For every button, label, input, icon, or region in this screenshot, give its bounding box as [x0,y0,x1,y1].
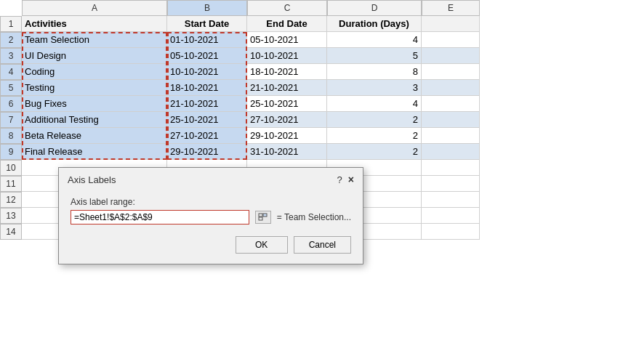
table-row: 9Final Release29-10-202131-10-20212 [0,144,480,160]
column-headers: A B C D E [22,0,480,16]
svg-rect-2 [259,217,262,220]
cell-a1[interactable]: Activities [22,16,167,32]
cell-a5[interactable]: Testing [22,80,167,96]
axis-range-input[interactable] [74,212,246,222]
ok-button[interactable]: OK [236,236,288,254]
cell-b4[interactable]: 10-10-2021 [167,64,247,80]
axis-labels-dialog[interactable]: Axis Labels ? × Axis label range: [58,167,363,264]
dialog-body: Axis label range: = Team Selection... [59,190,363,264]
row-header[interactable]: 13 [0,208,22,224]
cell-b2[interactable]: 01-10-2021 [167,32,247,48]
table-row: 1ActivitiesStart DateEnd DateDuration (D… [0,16,480,32]
row-header[interactable]: 8 [0,128,22,144]
row-header[interactable]: 11 [0,176,22,192]
axis-range-box[interactable] [71,210,249,225]
cell-a2[interactable]: Team Selection [22,32,167,48]
cell-c8[interactable]: 29-10-2021 [247,128,327,144]
cell-b8[interactable]: 27-10-2021 [167,128,247,144]
cell-a3[interactable]: UI Design [22,48,167,64]
table-row: 2Team Selection01-10-202105-10-20214 [0,32,480,48]
cell-a4[interactable]: Coding [22,64,167,80]
table-row: 4Coding10-10-202118-10-20218 [0,64,480,80]
cell-a8[interactable]: Beta Release [22,128,167,144]
col-header-a[interactable]: A [22,0,167,16]
cell-e7[interactable] [422,112,480,128]
row-header[interactable]: 9 [0,144,22,160]
cell-c7[interactable]: 27-10-2021 [247,112,327,128]
cell-b3[interactable]: 05-10-2021 [167,48,247,64]
cell-b5[interactable]: 18-10-2021 [167,80,247,96]
cell-e6[interactable] [422,96,480,112]
cell-c3[interactable]: 10-10-2021 [247,48,327,64]
table-row: 6Bug Fixes21-10-202125-10-20214 [0,96,480,112]
cell-a7[interactable]: Additional Testing [22,112,167,128]
row-header[interactable]: 6 [0,96,22,112]
row-header[interactable]: 3 [0,48,22,64]
cell-e12[interactable] [422,192,480,208]
row-header[interactable]: 7 [0,112,22,128]
cell-b9[interactable]: 29-10-2021 [167,144,247,160]
cell-e1[interactable] [422,16,480,32]
cell-d6[interactable]: 4 [327,96,422,112]
axis-range-label: Axis label range: [71,197,351,207]
cell-c4[interactable]: 18-10-2021 [247,64,327,80]
equals-preview-text: = Team Selection... [277,212,351,222]
cell-c5[interactable]: 21-10-2021 [247,80,327,96]
cell-d3[interactable]: 5 [327,48,422,64]
dialog-titlebar: Axis Labels ? × [59,168,363,190]
row-header[interactable]: 10 [0,160,22,176]
cell-c9[interactable]: 31-10-2021 [247,144,327,160]
cell-d8[interactable]: 2 [327,128,422,144]
collapse-range-button[interactable] [255,211,271,224]
table-row: 7Additional Testing25-10-202127-10-20212 [0,112,480,128]
col-header-b[interactable]: B [167,0,247,16]
svg-rect-1 [263,214,267,217]
cell-e10[interactable] [422,160,480,176]
cell-d7[interactable]: 2 [327,112,422,128]
cell-c6[interactable]: 25-10-2021 [247,96,327,112]
cell-e3[interactable] [422,48,480,64]
cell-e4[interactable] [422,64,480,80]
cell-d1[interactable]: Duration (Days) [327,16,422,32]
cell-a9[interactable]: Final Release [22,144,167,160]
table-row: 5Testing18-10-202121-10-20213 [0,80,480,96]
grid-icon [258,213,268,222]
dialog-help-icon[interactable]: ? [337,174,342,185]
row-header[interactable]: 1 [0,16,22,32]
dialog-controls: ? × [337,174,354,185]
cell-e13[interactable] [422,208,480,224]
row-header[interactable]: 14 [0,224,22,240]
cell-d2[interactable]: 4 [327,32,422,48]
dialog-title: Axis Labels [68,174,116,185]
cell-e8[interactable] [422,128,480,144]
cell-b1[interactable]: Start Date [167,16,247,32]
cell-e2[interactable] [422,32,480,48]
cell-c1[interactable]: End Date [247,16,327,32]
dialog-input-row: = Team Selection... [71,210,351,225]
cell-d4[interactable]: 8 [327,64,422,80]
spreadsheet: A B C D E 1ActivitiesStart DateEnd DateD… [0,0,631,364]
cell-a6[interactable]: Bug Fixes [22,96,167,112]
cell-e9[interactable] [422,144,480,160]
cell-c2[interactable]: 05-10-2021 [247,32,327,48]
col-header-d[interactable]: D [327,0,422,16]
row-header[interactable]: 5 [0,80,22,96]
cell-e14[interactable] [422,224,480,240]
dialog-buttons: OK Cancel [71,236,351,254]
cell-b6[interactable]: 21-10-2021 [167,96,247,112]
row-header[interactable]: 12 [0,192,22,208]
row-header[interactable]: 2 [0,32,22,48]
cell-d5[interactable]: 3 [327,80,422,96]
cancel-button[interactable]: Cancel [294,236,351,254]
cell-b7[interactable]: 25-10-2021 [167,112,247,128]
cell-d9[interactable]: 2 [327,144,422,160]
table-row: 3UI Design05-10-202110-10-20215 [0,48,480,64]
col-header-c[interactable]: C [247,0,327,16]
col-header-e[interactable]: E [422,0,480,16]
dialog-close-icon[interactable]: × [348,174,354,185]
row-header[interactable]: 4 [0,64,22,80]
table-row: 8Beta Release27-10-202129-10-20212 [0,128,480,144]
cell-e11[interactable] [422,176,480,192]
cell-e5[interactable] [422,80,480,96]
svg-rect-0 [259,214,262,217]
